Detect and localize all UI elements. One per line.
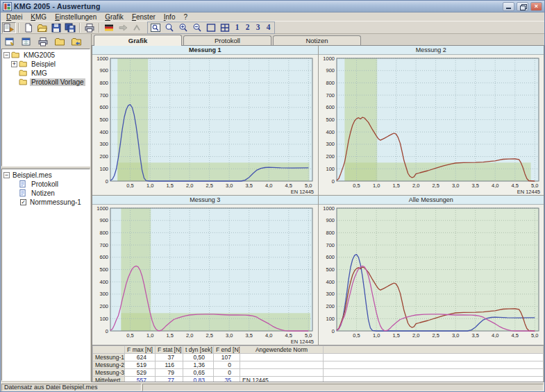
menu-help[interactable]: ? — [179, 13, 192, 21]
svg-text:600: 600 — [99, 254, 108, 260]
checkbox-checked-icon[interactable]: ✓ — [20, 199, 26, 205]
table-row[interactable]: Messung-25191161,360 — [93, 361, 544, 369]
menu-datei[interactable]: Datei — [2, 13, 26, 21]
column-header: F stat [N] — [156, 346, 183, 354]
svg-text:1000: 1000 — [97, 205, 108, 212]
svg-text:1,5: 1,5 — [392, 182, 399, 189]
properties-button[interactable] — [19, 35, 34, 48]
app-icon — [3, 2, 12, 11]
tree-item-protokoll-vorlage[interactable]: Protokoll Vorlage — [10, 78, 90, 87]
svg-text:EN 12445: EN 12445 — [291, 189, 314, 195]
language-german-button[interactable] — [102, 22, 116, 33]
table-cell: 0,83 — [183, 377, 214, 382]
forward-button[interactable] — [116, 22, 130, 33]
menu-fenster[interactable]: Fenster — [128, 13, 160, 21]
new-file-button[interactable] — [22, 22, 35, 33]
table-cell: EN 12445 — [240, 377, 324, 382]
tree-item-protokoll[interactable]: Protokoll — [10, 180, 90, 189]
chart-plot-messung-2[interactable]: 010020030040050060070080090010000,51,01,… — [319, 55, 544, 195]
svg-text:5,0: 5,0 — [531, 332, 538, 339]
row-label: Messung-1 — [93, 354, 125, 361]
chart-panel-messung-2: Messung 2 010020030040050060070080090010… — [319, 46, 544, 195]
svg-text:0: 0 — [106, 178, 108, 185]
title-bar: KMG 2005 - Auswertung × — [1, 1, 544, 12]
file-tree: − Beispiel.mes Protokoll Notizen ✓ Normm… — [1, 169, 90, 381]
tab-protokoll[interactable]: Protokoll — [183, 35, 271, 45]
collapse-icon[interactable]: − — [3, 52, 10, 58]
view-1-button[interactable]: 1 — [232, 22, 242, 33]
menu-bar: Datei KMG Einstellungen Grafik Fenster I… — [1, 12, 544, 22]
table-row[interactable]: Mittelwert557770,8335EN 12445 — [93, 377, 544, 382]
svg-text:800: 800 — [99, 230, 108, 236]
chart-plot-messung-3[interactable]: 010020030040050060070080090010000,51,01,… — [92, 205, 318, 345]
table-cell: 37 — [156, 354, 183, 361]
tab-content: Messung 1 010020030040050060070080090010… — [92, 45, 544, 382]
tree-item-notizen[interactable]: Notizen — [10, 189, 90, 198]
svg-text:100: 100 — [326, 316, 335, 322]
table-cell: 79 — [156, 369, 183, 377]
svg-text:2,0: 2,0 — [412, 182, 419, 189]
table-row[interactable]: Messung-3529790,650 — [93, 369, 544, 377]
tab-notizen[interactable]: Notizen — [273, 35, 361, 45]
toggle-tree-button[interactable] — [2, 22, 16, 33]
tree-item-kmg[interactable]: KMG — [10, 69, 90, 78]
tree-item-normmessung-1[interactable]: ✓ Normmessung-1 — [10, 198, 90, 207]
menu-grafik[interactable]: Grafik — [101, 13, 128, 21]
up-button[interactable] — [130, 22, 144, 33]
left-panel: − KMG2005 + Beispiel KMG Proto — [1, 34, 92, 382]
svg-text:1000: 1000 — [323, 56, 335, 62]
svg-text:0,5: 0,5 — [126, 182, 133, 189]
collapse-icon[interactable]: − — [3, 172, 10, 178]
tab-grafik[interactable]: Grafik — [94, 35, 182, 46]
sidebar-print-button[interactable] — [35, 35, 51, 48]
tree-item-label: KMG2005 — [22, 51, 56, 59]
new-report-button[interactable] — [2, 35, 17, 48]
svg-text:400: 400 — [99, 129, 108, 135]
tree-item-beispiel-mes[interactable]: − Beispiel.mes — [2, 171, 90, 180]
folder-import-button[interactable] — [69, 35, 84, 48]
table-cell — [324, 377, 544, 382]
close-button[interactable]: × — [530, 2, 542, 11]
zoom-button[interactable] — [162, 22, 176, 33]
restore-button[interactable] — [517, 2, 528, 11]
row-label: Messung-2 — [93, 361, 125, 369]
svg-text:300: 300 — [99, 141, 108, 147]
table-row[interactable]: Messung-1624370,50107 — [93, 354, 544, 361]
sidebar-toolbar — [1, 34, 91, 49]
column-header: t dyn [sek] — [183, 346, 214, 354]
single-view-button[interactable] — [204, 22, 218, 33]
view-2-button[interactable]: 2 — [242, 22, 253, 33]
print-button[interactable] — [83, 22, 97, 33]
minimize-button[interactable] — [503, 2, 514, 11]
menu-info[interactable]: Info — [160, 13, 180, 21]
save-button[interactable] — [49, 22, 63, 33]
view-4-button[interactable]: 4 — [263, 22, 274, 33]
zoom-region-button[interactable] — [149, 22, 162, 33]
table-cell — [240, 361, 324, 369]
chart-plot-messung-1[interactable]: 010020030040050060070080090010000,51,01,… — [92, 55, 318, 195]
chart-title: Messung 3 — [92, 196, 318, 205]
menu-kmg[interactable]: KMG — [26, 13, 51, 21]
folder-button[interactable] — [52, 35, 67, 48]
expand-icon[interactable]: + — [11, 61, 17, 67]
zoom-in-button[interactable] — [176, 22, 190, 33]
svg-text:1,0: 1,0 — [372, 332, 379, 339]
svg-text:300: 300 — [326, 141, 335, 147]
chart-plot-alle-messungen[interactable]: 010020030040050060070080090010000,51,01,… — [319, 205, 544, 345]
quad-view-button[interactable] — [218, 22, 232, 33]
svg-text:500: 500 — [99, 117, 108, 123]
svg-text:400: 400 — [326, 279, 335, 285]
svg-text:900: 900 — [99, 67, 108, 74]
view-3-button[interactable]: 3 — [253, 22, 263, 33]
table-cell: 519 — [125, 361, 156, 369]
menu-einstellungen[interactable]: Einstellungen — [51, 13, 101, 21]
tree-item-kmg2005[interactable]: − KMG2005 — [2, 51, 90, 60]
zoom-out-button[interactable] — [190, 22, 204, 33]
svg-text:2,0: 2,0 — [186, 332, 193, 339]
table-cell: 107 — [214, 354, 240, 361]
svg-text:2,5: 2,5 — [206, 182, 212, 189]
table-cell: 35 — [214, 377, 240, 382]
open-file-button[interactable] — [35, 22, 49, 33]
save-all-button[interactable] — [63, 22, 77, 33]
tree-item-beispiel[interactable]: + Beispiel — [10, 60, 90, 69]
